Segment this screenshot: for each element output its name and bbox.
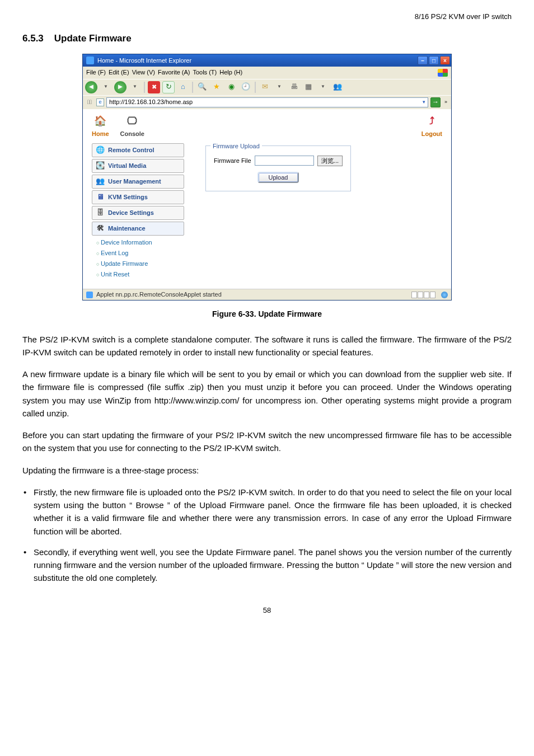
sidebar-sub-device-information[interactable]: Device Information — [92, 237, 184, 248]
nav-home[interactable]: 🏠 Home — [92, 115, 109, 139]
main-panel: Firmware Upload Firmware File 浏览... Uplo… — [194, 143, 442, 280]
internet-zone-icon — [441, 292, 448, 298]
disk-icon: 💽 — [96, 161, 105, 170]
home-icon: 🏠 — [92, 115, 108, 128]
firmware-file-input[interactable] — [255, 156, 314, 166]
sidebar-label-kvm-settings: KVM Settings — [108, 192, 148, 202]
sidebar-label-device-settings: Device Settings — [108, 208, 154, 218]
menu-help[interactable]: Help (H) — [219, 69, 242, 76]
page-content: 🏠 Home 🖵 Console ⤴ Logout 🌐 Remote Contr… — [83, 109, 451, 289]
sidebar-label-user-management: User Management — [108, 177, 161, 186]
paragraph-3: Before you can start updating the firmwa… — [22, 429, 512, 455]
sidebar-item-kvm-settings[interactable]: 🖥 KVM Settings — [92, 190, 184, 204]
address-url-text: http://192.168.10.23/home.asp — [109, 97, 193, 107]
window-titlebar: Home - Microsoft Internet Explorer – □ × — [83, 54, 451, 67]
console-icon: 🖵 — [124, 115, 140, 128]
firmware-file-label: Firmware File — [214, 156, 251, 166]
process-item-2: Secondly, if everything went well, you s… — [22, 546, 512, 585]
section-title: Update Firmware — [54, 33, 132, 44]
address-input[interactable]: http://192.168.10.23/home.asp ▾ — [106, 97, 428, 107]
minimize-button[interactable]: – — [418, 56, 428, 65]
process-list: Firstly, the new firmware file is upload… — [22, 486, 512, 585]
sidebar-item-maintenance[interactable]: 🛠 Maintenance — [92, 222, 184, 236]
toolbar-separator — [192, 82, 193, 93]
firmware-upload-fieldset: Firmware Upload Firmware File 浏览... Uplo… — [205, 145, 351, 191]
sidebar-label-maintenance: Maintenance — [108, 224, 146, 233]
nav-logout[interactable]: ⤴ Logout — [421, 115, 442, 139]
forward-dropdown-icon[interactable]: ▼ — [129, 81, 141, 93]
status-bar: Applet nn.pp.rc.RemoteConsoleApplet star… — [83, 289, 451, 300]
paragraph-2: A new firmware update is a binary file w… — [22, 368, 512, 420]
toolbar: ◄ ▼ ► ▼ ✖ ↻ ⌂ 🔍 ★ ◉ 🕘 ✉ ▼ 🖶 ▦ ▼ 👥 — [83, 79, 451, 95]
ie-mini-icon — [86, 292, 93, 298]
refresh-button[interactable]: ↻ — [162, 81, 175, 93]
logout-icon: ⤴ — [424, 115, 439, 128]
ie-window: Home - Microsoft Internet Explorer – □ ×… — [82, 54, 452, 300]
forward-button[interactable]: ► — [114, 81, 127, 93]
toolbar-overflow-icon[interactable]: » — [443, 98, 449, 106]
device-icon: 🗄 — [96, 208, 105, 217]
windows-flag-icon — [438, 69, 448, 77]
sidebar-sub-update-firmware[interactable]: Update Firmware — [92, 259, 184, 269]
home-button[interactable]: ⌂ — [177, 81, 189, 93]
address-dropdown-icon[interactable]: ▾ — [423, 98, 425, 106]
page-icon: e — [96, 98, 104, 106]
monitor-icon: 🖥 — [96, 192, 105, 201]
process-item-1: Firstly, the new firmware file is upload… — [22, 486, 512, 538]
history-button[interactable]: 🕘 — [240, 81, 252, 93]
sidebar-item-virtual-media[interactable]: 💽 Virtual Media — [92, 159, 184, 173]
mail-dropdown-icon[interactable]: ▼ — [273, 81, 285, 93]
menu-tools[interactable]: Tools (T) — [193, 69, 217, 76]
menubar: File (F) Edit (E) View (V) Favorite (A) … — [83, 67, 451, 78]
print-button[interactable]: 🖶 — [288, 81, 300, 93]
menu-edit[interactable]: Edit (E) — [109, 69, 129, 76]
edit-page-button[interactable]: ▦ — [302, 81, 315, 93]
status-panes — [411, 292, 435, 298]
browse-button[interactable]: 浏览... — [317, 156, 343, 166]
section-heading: 6.5.3 Update Firmware — [22, 31, 512, 46]
close-button[interactable]: × — [440, 56, 450, 65]
sidebar: 🌐 Remote Control 💽 Virtual Media 👥 User … — [92, 143, 184, 280]
wrench-icon: 🛠 — [96, 224, 105, 233]
stop-button[interactable]: ✖ — [148, 81, 160, 93]
discuss-button[interactable]: 👥 — [331, 81, 344, 93]
figure-caption: Figure 6-33. Update Firmware — [22, 308, 512, 321]
page-header: 8/16 PS/2 KVM over IP switch — [22, 11, 512, 22]
nav-console[interactable]: 🖵 Console — [120, 115, 144, 139]
address-bar: �⃝ e http://192.168.10.23/home.asp ▾ → » — [83, 95, 451, 109]
sidebar-item-user-management[interactable]: 👥 User Management — [92, 175, 184, 189]
sidebar-sub-unit-reset[interactable]: Unit Reset — [92, 269, 184, 280]
toolbar-separator — [255, 82, 256, 93]
maximize-button[interactable]: □ — [429, 56, 439, 65]
globe-icon: 🌐 — [96, 145, 105, 154]
upload-button[interactable]: Upload — [257, 172, 299, 183]
window-controls: – □ × — [418, 56, 450, 65]
mail-button[interactable]: ✉ — [259, 81, 271, 93]
sidebar-item-device-settings[interactable]: 🗄 Device Settings — [92, 206, 184, 220]
fieldset-legend: Firmware Upload — [210, 142, 262, 151]
nav-logout-label: Logout — [421, 129, 442, 139]
menu-view[interactable]: View (V) — [132, 69, 155, 76]
sidebar-sub-event-log[interactable]: Event Log — [92, 248, 184, 259]
search-button[interactable]: 🔍 — [196, 81, 208, 93]
page-number: 58 — [22, 605, 512, 616]
sidebar-label-remote-control: Remote Control — [108, 145, 154, 155]
back-dropdown-icon[interactable]: ▼ — [100, 81, 112, 93]
nav-console-label: Console — [120, 129, 144, 139]
sidebar-subitems: Device Information Event Log Update Firm… — [92, 237, 184, 280]
edit-dropdown-icon[interactable]: ▼ — [317, 81, 329, 93]
address-label-icon: �⃝ — [85, 97, 94, 107]
sidebar-label-virtual-media: Virtual Media — [108, 161, 146, 171]
menu-file[interactable]: File (F) — [86, 69, 106, 76]
sidebar-item-remote-control[interactable]: 🌐 Remote Control — [92, 143, 184, 157]
window-title: Home - Microsoft Internet Explorer — [97, 56, 191, 65]
media-button[interactable]: ◉ — [225, 81, 237, 93]
section-number: 6.5.3 — [22, 33, 44, 44]
back-button[interactable]: ◄ — [85, 81, 97, 93]
favorites-button[interactable]: ★ — [210, 81, 223, 93]
users-icon: 👥 — [96, 177, 105, 186]
ie-icon — [86, 57, 94, 64]
menu-favorite[interactable]: Favorite (A) — [158, 69, 190, 76]
go-button[interactable]: → — [430, 97, 441, 107]
status-text: Applet nn.pp.rc.RemoteConsoleApplet star… — [96, 290, 222, 299]
